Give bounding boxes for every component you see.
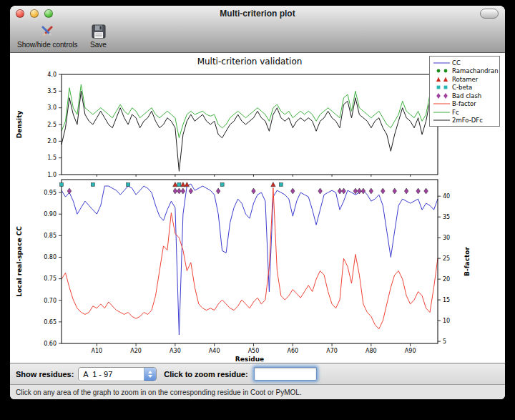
svg-text:15: 15: [443, 297, 450, 303]
zoom-residue-label: Click to zoom residue:: [164, 370, 247, 379]
svg-text:0.75: 0.75: [44, 275, 57, 282]
svg-text:3.0: 3.0: [47, 104, 57, 111]
minimize-button[interactable]: [30, 9, 39, 18]
svg-text:40: 40: [443, 193, 450, 200]
tools-icon: [38, 22, 57, 41]
svg-text:10: 10: [443, 318, 450, 324]
svg-text:0.80: 0.80: [44, 254, 57, 260]
legend-label: Fc: [452, 109, 459, 116]
svg-text:A80: A80: [366, 348, 377, 354]
window-title: Multi-criterion plot: [10, 6, 505, 21]
svg-text:35: 35: [443, 214, 450, 220]
show-hide-controls-label: Show/hide controls: [17, 41, 78, 49]
svg-text:3.5: 3.5: [47, 88, 57, 94]
svg-text:A70: A70: [326, 348, 338, 354]
svg-text:20: 20: [443, 276, 450, 283]
save-label: Save: [90, 41, 107, 49]
svg-text:Residue: Residue: [235, 356, 264, 363]
plot-legend: CCRamachandranRotamerC-betaBad clashB-fa…: [429, 56, 500, 127]
figure-title: Multi-criterion validation: [10, 57, 489, 67]
plot-figure: Multi-criterion validation 1.01.52.02.53…: [10, 53, 505, 363]
show-residues-label: Show residues:: [16, 370, 74, 379]
legend-item: Ramachandran: [433, 67, 496, 76]
legend-label: Bad clash: [452, 92, 481, 99]
svg-text:4.0: 4.0: [47, 72, 57, 78]
save-button[interactable]: Save: [89, 22, 108, 49]
svg-text:25: 25: [443, 255, 450, 262]
svg-text:5: 5: [443, 338, 446, 345]
svg-text:A20: A20: [130, 348, 142, 354]
svg-text:B-factor: B-factor: [464, 247, 471, 276]
svg-text:A30: A30: [170, 348, 181, 354]
toolbar: Show/hide controls Save: [10, 21, 505, 49]
svg-text:Local real-space CC: Local real-space CC: [16, 226, 23, 297]
residue-range-select[interactable]: A 1 - 97: [78, 367, 157, 381]
svg-text:0.90: 0.90: [44, 211, 57, 218]
legend-label: CC: [452, 59, 461, 67]
zoom-window-button[interactable]: [44, 9, 53, 18]
legend-item: C-beta: [433, 84, 496, 92]
svg-text:A10: A10: [91, 348, 102, 354]
legend-label: Rotamer: [452, 76, 478, 83]
legend-label: B-factor: [452, 100, 476, 107]
show-hide-controls-button[interactable]: Show/hide controls: [17, 22, 78, 49]
status-text: Click on any area of the graph to zoom i…: [16, 389, 302, 396]
traffic-lights: [16, 9, 59, 18]
save-icon: [89, 22, 108, 41]
svg-text:0.95: 0.95: [44, 190, 57, 196]
svg-text:1.5: 1.5: [47, 155, 57, 161]
svg-text:0.65: 0.65: [44, 319, 57, 326]
legend-label: 2mFo-DFc: [452, 117, 483, 124]
toolbar-toggle-button[interactable]: [480, 9, 499, 19]
svg-text:A60: A60: [287, 348, 298, 354]
svg-text:0.85: 0.85: [44, 233, 57, 239]
residue-range-value: A 1 - 97: [79, 370, 144, 379]
svg-text:30: 30: [443, 235, 450, 241]
window-chrome: Multi-criterion plot Show/hide controls: [10, 6, 505, 53]
legend-label: C-beta: [452, 84, 472, 91]
legend-item: 2mFo-DFc: [433, 117, 496, 125]
svg-text:A90: A90: [405, 348, 416, 354]
legend-label: Ramachandran: [452, 67, 499, 74]
status-bar: Click on any area of the graph to zoom i…: [10, 384, 505, 399]
svg-text:2.0: 2.0: [47, 138, 57, 145]
close-button[interactable]: [16, 9, 24, 18]
legend-item: CC: [433, 59, 496, 67]
legend-item: Bad clash: [433, 92, 496, 100]
legend-item: Fc: [433, 108, 496, 117]
legend-item: Rotamer: [433, 75, 496, 84]
legend-item: B-factor: [433, 100, 496, 109]
stepper-arrows-icon: [144, 368, 156, 381]
svg-text:0.70: 0.70: [44, 298, 57, 304]
control-bar: Show residues: A 1 - 97 Click to zoom re…: [10, 363, 505, 384]
svg-text:Density: Density: [16, 111, 23, 139]
zoom-residue-input[interactable]: [254, 367, 317, 381]
app-window: Multi-criterion plot Show/hide controls: [10, 6, 505, 399]
titlebar[interactable]: Multi-criterion plot: [10, 6, 505, 21]
svg-text:1.0: 1.0: [47, 172, 57, 178]
svg-text:0.60: 0.60: [44, 341, 57, 347]
svg-text:A40: A40: [209, 348, 220, 354]
svg-text:A50: A50: [248, 348, 260, 354]
svg-text:2.5: 2.5: [47, 122, 57, 128]
